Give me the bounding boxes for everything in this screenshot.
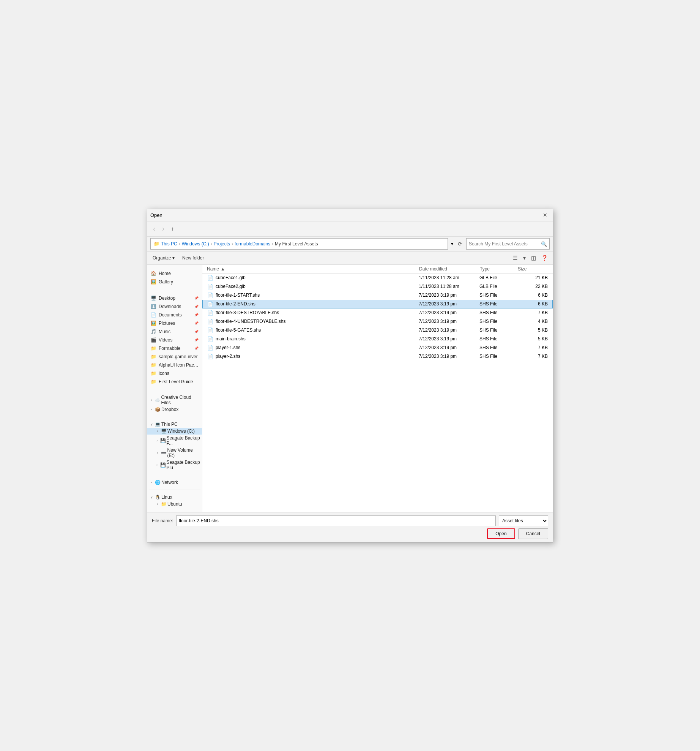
sidebar-item-ubuntu[interactable]: › 📁 Ubuntu (147, 501, 202, 508)
sidebar-item-first-level-guide[interactable]: 📁 First Level Guide (147, 378, 202, 386)
cancel-button[interactable]: Cancel (518, 528, 548, 539)
new-volume-icon: ➖ (161, 450, 167, 455)
sidebar-divider-3 (149, 417, 200, 417)
preview-pane-button[interactable]: ◫ (529, 254, 538, 262)
file-name: player-1.shs (216, 345, 240, 350)
file-date: 7/12/2023 3:19 pm (419, 336, 479, 342)
breadcrumb-this-pc[interactable]: This PC (161, 241, 177, 247)
breadcrumb-formable-domains[interactable]: formableDomains (235, 241, 270, 247)
table-row[interactable]: 📄 player-1.shs 7/12/2023 3:19 pm SHS Fil… (202, 343, 553, 352)
sidebar-item-network[interactable]: › 🌐 Network (147, 479, 202, 486)
table-row[interactable]: 📄 cubeFace1.glb 1/11/2023 11:28 am GLB F… (202, 274, 553, 282)
sidebar-item-dropbox[interactable]: › 📦 Dropbox (147, 406, 202, 413)
first-level-guide-icon: 📁 (151, 379, 156, 384)
downloads-icon: ⬇️ (151, 304, 156, 309)
new-folder-button[interactable]: New folder (180, 254, 206, 262)
open-button[interactable]: Open (487, 528, 515, 539)
breadcrumb-windows-c[interactable]: Windows (C:) (182, 241, 209, 247)
col-name[interactable]: Name ▲ (207, 266, 419, 272)
breadcrumb-bar[interactable]: 📁 This PC › Windows (C:) › Projects › fo… (150, 238, 448, 250)
table-row[interactable]: 📄 main-brain.shs 7/12/2023 3:19 pm SHS F… (202, 335, 553, 343)
sidebar-item-desktop[interactable]: 🖥️ Desktop 📌 (147, 294, 202, 302)
sidebar-item-formabble-label: Formabble (159, 346, 180, 351)
network-expand-icon: › (149, 481, 154, 484)
table-row[interactable]: 📄 floor-tile-3-DESTROYABLE.shs 7/12/2023… (202, 308, 553, 317)
up-button[interactable]: ↑ (169, 224, 177, 233)
file-name: player-2.shs (216, 354, 240, 359)
file-date: 7/12/2023 3:19 pm (419, 310, 479, 315)
table-row[interactable]: 📄 player-2.shs 7/12/2023 3:19 pm SHS Fil… (202, 352, 553, 361)
file-size: 6 KB (517, 301, 548, 307)
table-row[interactable]: 📄 floor-tile-2-END.shs 7/12/2023 3:19 pm… (202, 300, 553, 308)
sidebar-item-desktop-label: Desktop (159, 296, 175, 301)
refresh-button[interactable]: ⟳ (456, 239, 464, 248)
sidebar-item-seagate-2[interactable]: › 💾 Seagate Backup Plu (147, 459, 202, 471)
sidebar-item-music-label: Music (159, 329, 170, 334)
sidebar-item-pictures[interactable]: 🖼️ Pictures 📌 (147, 319, 202, 327)
sidebar-item-linux[interactable]: ∨ 🐧 Linux (147, 494, 202, 501)
pin-icon-docs: 📌 (194, 313, 199, 317)
address-bar: 📁 This PC › Windows (C:) › Projects › fo… (147, 237, 553, 252)
col-size[interactable]: Size (518, 266, 548, 272)
windows-c-expand-icon: › (155, 429, 160, 433)
file-size: 5 KB (517, 327, 548, 333)
sidebar-item-documents[interactable]: 📄 Documents 📌 (147, 311, 202, 319)
seagate-1-icon: 💾 (160, 438, 166, 443)
file-name-cell: 📄 main-brain.shs (207, 336, 419, 342)
home-icon: 🏠 (151, 271, 156, 276)
close-button[interactable]: ✕ (541, 210, 550, 220)
organize-button[interactable]: Organize ▾ (150, 254, 177, 262)
sidebar-item-windows-c[interactable]: › 🖥️ Windows (C:) (147, 428, 202, 435)
back-button[interactable]: ‹ (150, 223, 158, 234)
formabble-icon: 📁 (151, 346, 156, 351)
sidebar-item-videos[interactable]: 🎬 Videos 📌 (147, 336, 202, 344)
sidebar-item-downloads-label: Downloads (159, 304, 181, 309)
sidebar-item-sample-game[interactable]: 📁 sample-game-inver (147, 353, 202, 361)
sidebar-item-alpha-ui-label: AlphaUI Icon Pack S (159, 362, 199, 368)
breadcrumb-projects[interactable]: Projects (214, 241, 230, 247)
file-name: cubeFace2.glb (216, 284, 246, 289)
creative-cloud-expand-icon: › (149, 398, 154, 402)
sidebar-item-new-volume[interactable]: › ➖ New Volume (E:) (147, 447, 202, 459)
sidebar-item-gallery-label: Gallery (159, 279, 173, 285)
file-list-header: Name ▲ Date modified Type Size (202, 265, 553, 274)
table-row[interactable]: 📄 floor-tile-4-UNDESTROYABLE.shs 7/12/20… (202, 317, 553, 326)
filetype-select[interactable]: Asset files (499, 515, 548, 526)
sidebar-item-music[interactable]: 🎵 Music 📌 (147, 327, 202, 336)
table-row[interactable]: 📄 cubeFace2.glb 1/11/2023 11:28 am GLB F… (202, 282, 553, 291)
forward-button[interactable]: › (159, 223, 167, 234)
file-date: 7/12/2023 3:19 pm (419, 354, 479, 359)
col-date[interactable]: Date modified (419, 266, 480, 272)
sidebar-item-seagate-1[interactable]: › 💾 Seagate Backup P... (147, 435, 202, 447)
sidebar-item-home[interactable]: 🏠 Home (147, 269, 202, 278)
sidebar-item-windows-c-label: Windows (C:) (167, 428, 195, 434)
sidebar-item-alpha-ui[interactable]: 📁 AlphaUI Icon Pack S (147, 361, 202, 369)
address-dropdown-button[interactable]: ▾ (450, 240, 454, 247)
filename-input[interactable] (176, 515, 496, 526)
sidebar-item-icons[interactable]: 📁 icons (147, 369, 202, 378)
file-size: 7 KB (517, 354, 548, 359)
sort-icon: ▲ (221, 266, 225, 272)
file-name-cell: 📄 floor-tile-3-DESTROYABLE.shs (207, 310, 419, 316)
sidebar-item-creative-cloud[interactable]: › ☁️ Creative Cloud Files (147, 394, 202, 406)
col-type[interactable]: Type (480, 266, 518, 272)
list-view-button[interactable]: ☰ (511, 254, 520, 262)
file-size: 21 KB (517, 275, 548, 280)
file-size: 22 KB (517, 284, 548, 289)
file-size: 4 KB (517, 319, 548, 324)
file-icon: 📄 (207, 301, 213, 307)
sidebar-item-gallery[interactable]: 🖼️ Gallery (147, 278, 202, 286)
sidebar-item-formabble[interactable]: 📁 Formabble 📌 (147, 344, 202, 353)
linux-icon: 🐧 (155, 495, 161, 500)
table-row[interactable]: 📄 floor-tile-1-START.shs 7/12/2023 3:19 … (202, 291, 553, 300)
sidebar-item-this-pc[interactable]: ∨ 💻 This PC (147, 421, 202, 428)
file-size: 6 KB (517, 292, 548, 298)
cloud-section: › ☁️ Creative Cloud Files › 📦 Dropbox (147, 392, 202, 414)
table-row[interactable]: 📄 floor-tile-5-GATES.shs 7/12/2023 3:19 … (202, 326, 553, 335)
search-input[interactable] (469, 241, 539, 247)
file-date: 7/12/2023 3:19 pm (419, 327, 479, 333)
view-options-button[interactable]: ▾ (521, 254, 528, 262)
sidebar-item-downloads[interactable]: ⬇️ Downloads 📌 (147, 302, 202, 311)
help-button[interactable]: ❓ (539, 254, 550, 262)
open-dialog: Open ✕ ‹ › ↑ 📁 This PC › Windows (C:) › … (147, 209, 553, 542)
